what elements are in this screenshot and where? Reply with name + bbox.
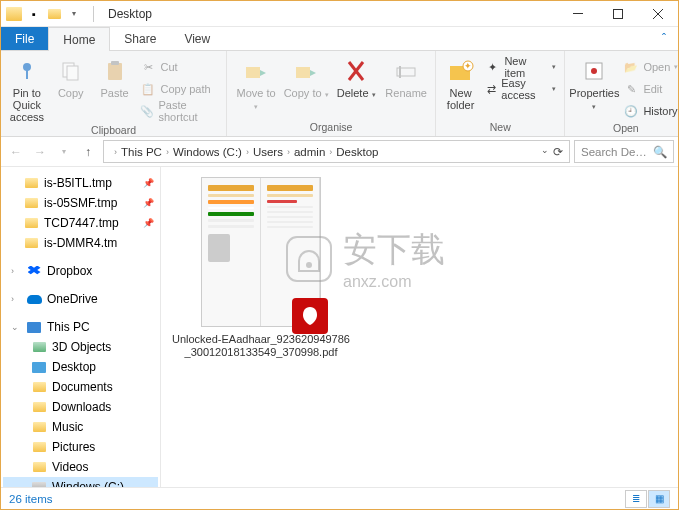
- nav-up-button[interactable]: ↑: [77, 141, 99, 163]
- new-folder-button[interactable]: ✦ New folder: [442, 53, 479, 111]
- breadcrumb-dropdown-icon[interactable]: ⌄: [541, 145, 549, 159]
- folder-icon: [23, 195, 39, 211]
- breadcrumb-seg[interactable]: Users: [249, 146, 287, 158]
- breadcrumb-bar[interactable]: › This PC› Windows (C:)› Users› admin› D…: [103, 140, 570, 163]
- tab-share[interactable]: Share: [110, 27, 170, 50]
- nav-item-3d-objects[interactable]: 3D Objects: [3, 337, 158, 357]
- svg-rect-9: [111, 61, 119, 65]
- paste-icon: [100, 57, 130, 85]
- pin-to-quick-access-button[interactable]: Pin to Quick access: [7, 53, 47, 123]
- nav-item-quick[interactable]: TCD7447.tmp📌: [3, 213, 158, 233]
- move-to-button[interactable]: Move to ▾: [233, 53, 279, 111]
- svg-rect-8: [108, 63, 122, 80]
- window-title: Desktop: [108, 7, 152, 21]
- nav-item-windows-c[interactable]: Windows (C:): [3, 477, 158, 487]
- nav-item-documents[interactable]: Documents: [3, 377, 158, 397]
- open-icon: 📂: [623, 59, 639, 75]
- ribbon-group-organise: Move to ▾ Copy to ▾ Delete ▾ Rename Orga…: [227, 51, 436, 136]
- new-item-button[interactable]: ✦New item ▾: [483, 57, 558, 77]
- copy-path-button[interactable]: 📋Copy path: [138, 79, 220, 99]
- copy-button[interactable]: Copy: [51, 53, 91, 99]
- nav-forward-button[interactable]: →: [29, 141, 51, 163]
- chevron-right-icon: ›: [11, 266, 21, 276]
- new-item-icon: ✦: [485, 59, 500, 75]
- ribbon-collapse-icon[interactable]: ˆ: [650, 27, 678, 50]
- nav-item-onedrive[interactable]: ›OneDrive: [3, 289, 158, 309]
- content-pane[interactable]: Unlocked-EAadhaar_923620949786_300120181…: [161, 167, 678, 487]
- qat-newfolder-icon[interactable]: [45, 5, 63, 23]
- breadcrumb-seg[interactable]: This PC: [117, 146, 166, 158]
- edit-icon: ✎: [623, 81, 639, 97]
- refresh-icon[interactable]: ⟳: [553, 145, 563, 159]
- open-button[interactable]: 📂Open ▾: [621, 57, 679, 77]
- nav-item-quick[interactable]: is-B5ITL.tmp📌: [3, 173, 158, 193]
- window-controls: [558, 1, 678, 27]
- easy-access-button[interactable]: ⇄Easy access ▾: [483, 79, 558, 99]
- pin-icon: 📌: [143, 198, 154, 208]
- close-button[interactable]: [638, 1, 678, 27]
- maximize-button[interactable]: [598, 1, 638, 27]
- svg-rect-15: [399, 66, 401, 78]
- tab-file[interactable]: File: [1, 27, 48, 50]
- nav-item-downloads[interactable]: Downloads: [3, 397, 158, 417]
- ribbon-group-open: Properties ▾ 📂Open ▾ ✎Edit 🕘History Open: [565, 51, 679, 136]
- paste-button[interactable]: Paste: [95, 53, 135, 99]
- nav-item-this-pc[interactable]: ⌄This PC: [3, 317, 158, 337]
- view-details-button[interactable]: ≣: [625, 490, 647, 508]
- paste-shortcut-icon: 📎: [140, 103, 154, 119]
- qat-properties-icon[interactable]: ▪: [25, 5, 43, 23]
- svg-rect-0: [573, 13, 583, 14]
- videos-icon: [31, 459, 47, 475]
- easy-access-icon: ⇄: [485, 81, 497, 97]
- cut-button[interactable]: ✂Cut: [138, 57, 220, 77]
- tab-view[interactable]: View: [170, 27, 224, 50]
- onedrive-icon: [26, 291, 42, 307]
- minimize-button[interactable]: [558, 1, 598, 27]
- navigation-pane: is-B5ITL.tmp📌 is-05SMF.tmp📌 TCD7447.tmp📌…: [1, 167, 161, 487]
- title-bar: ▪ ▾ Desktop: [1, 1, 678, 27]
- chevron-right-icon: ›: [11, 294, 21, 304]
- nav-item-pictures[interactable]: Pictures: [3, 437, 158, 457]
- nav-item-music[interactable]: Music: [3, 417, 158, 437]
- move-to-icon: [241, 57, 271, 85]
- documents-icon: [31, 379, 47, 395]
- rename-icon: [391, 57, 421, 85]
- nav-recent-button[interactable]: ▾: [53, 141, 75, 163]
- svg-point-4: [23, 63, 31, 71]
- search-input[interactable]: Search De…🔍: [574, 140, 674, 163]
- properties-icon: [579, 57, 609, 85]
- pin-icon: 📌: [143, 178, 154, 188]
- chevron-down-icon: ⌄: [11, 322, 21, 332]
- nav-item-quick[interactable]: is-DMMR4.tm: [3, 233, 158, 253]
- file-item[interactable]: Unlocked-EAadhaar_923620949786_300120181…: [171, 177, 351, 359]
- nav-item-dropbox[interactable]: ›Dropbox: [3, 261, 158, 281]
- breadcrumb-seg[interactable]: Desktop: [332, 146, 382, 158]
- pin-icon: 📌: [143, 218, 154, 228]
- rename-button[interactable]: Rename: [383, 53, 429, 99]
- nav-back-button[interactable]: ←: [5, 141, 27, 163]
- copy-to-icon: [291, 57, 321, 85]
- breadcrumb-seg[interactable]: Windows (C:): [169, 146, 246, 158]
- copy-path-icon: 📋: [140, 81, 156, 97]
- address-bar: ← → ▾ ↑ › This PC› Windows (C:)› Users› …: [1, 137, 678, 167]
- nav-item-videos[interactable]: Videos: [3, 457, 158, 477]
- paste-shortcut-button[interactable]: 📎Paste shortcut: [138, 101, 220, 121]
- nav-item-quick[interactable]: is-05SMF.tmp📌: [3, 193, 158, 213]
- properties-button[interactable]: Properties ▾: [571, 53, 617, 111]
- folder-icon: [23, 215, 39, 231]
- status-bar: 26 items ≣ ▦: [1, 487, 678, 509]
- delete-button[interactable]: Delete ▾: [333, 53, 379, 99]
- svg-rect-11: [296, 67, 310, 78]
- nav-item-desktop[interactable]: Desktop: [3, 357, 158, 377]
- view-large-icons-button[interactable]: ▦: [648, 490, 670, 508]
- ribbon-group-new: ✦ New folder ✦New item ▾ ⇄Easy access ▾ …: [436, 51, 565, 136]
- tab-home[interactable]: Home: [48, 27, 110, 51]
- qat-customize-icon[interactable]: ▾: [65, 5, 83, 23]
- folder-icon: [23, 175, 39, 191]
- svg-point-20: [591, 68, 597, 74]
- edit-button[interactable]: ✎Edit: [621, 79, 679, 99]
- history-button[interactable]: 🕘History: [621, 101, 679, 121]
- dropbox-icon: [26, 263, 42, 279]
- copy-to-button[interactable]: Copy to ▾: [283, 53, 329, 99]
- breadcrumb-seg[interactable]: admin: [290, 146, 329, 158]
